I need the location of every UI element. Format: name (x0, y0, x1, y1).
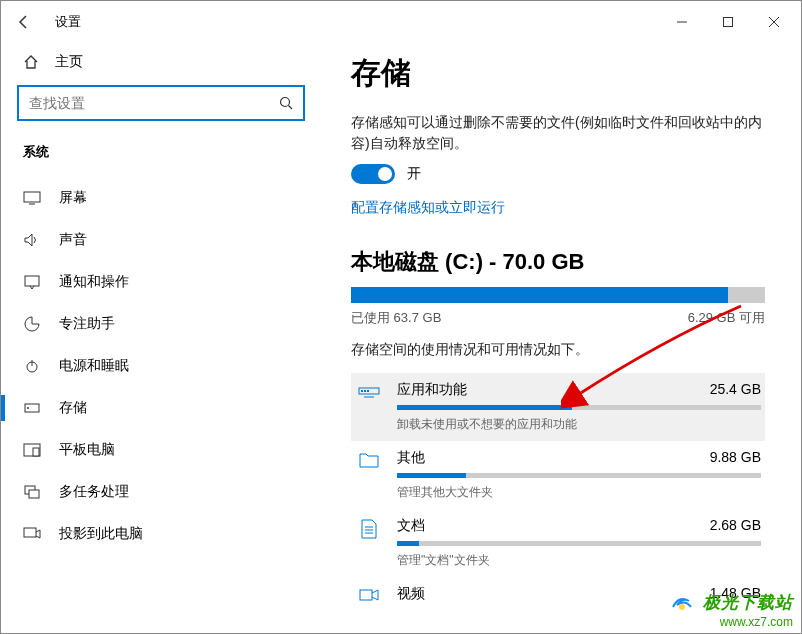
disk-title: 本地磁盘 (C:) - 70.0 GB (351, 247, 765, 277)
folder-icon (355, 449, 383, 501)
disk-usage-bar (351, 287, 765, 303)
apps-icon (355, 381, 383, 433)
arrow-left-icon (15, 14, 31, 30)
storage-icon (23, 401, 41, 415)
nav-item-label: 屏幕 (59, 189, 87, 207)
category-video[interactable]: 视频1.48 GB (351, 577, 765, 617)
svg-rect-12 (33, 448, 39, 456)
nav-item-project[interactable]: 投影到此电脑 (17, 513, 305, 555)
category-name: 其他 (397, 449, 425, 467)
usage-description: 存储空间的使用情况和可用情况如下。 (351, 341, 765, 359)
nav-item-multitask[interactable]: 多任务处理 (17, 471, 305, 513)
window-title: 设置 (55, 13, 81, 31)
toggle-state-label: 开 (407, 165, 421, 183)
close-button[interactable] (751, 6, 797, 38)
category-name: 应用和功能 (397, 381, 467, 399)
category-size: 25.4 GB (710, 381, 761, 399)
nav-item-storage[interactable]: 存储 (17, 387, 305, 429)
nav-item-label: 多任务处理 (59, 483, 129, 501)
document-icon (355, 517, 383, 569)
category-other[interactable]: 其他9.88 GB 管理其他大文件夹 (351, 441, 765, 509)
search-input[interactable] (29, 95, 279, 111)
sidebar-home[interactable]: 主页 (17, 43, 305, 85)
svg-rect-6 (25, 276, 39, 286)
svg-rect-24 (360, 590, 372, 600)
notifications-icon (23, 275, 41, 289)
disk-free-label: 6.29 GB 可用 (688, 309, 765, 327)
nav-item-label: 存储 (59, 399, 87, 417)
disk-used-label: 已使用 63.7 GB (351, 309, 441, 327)
sidebar: 主页 系统 屏幕 声音 通知和操作 专注助手 (1, 43, 321, 633)
display-icon (23, 191, 41, 205)
minimize-icon (677, 17, 687, 27)
svg-rect-17 (361, 390, 363, 392)
maximize-icon (723, 17, 733, 27)
category-sub: 管理"文档"文件夹 (397, 552, 761, 569)
svg-rect-19 (367, 390, 369, 392)
category-size: 1.48 GB (710, 585, 761, 603)
category-apps[interactable]: 应用和功能25.4 GB 卸载未使用或不想要的应用和功能 (351, 373, 765, 441)
nav-item-focus[interactable]: 专注助手 (17, 303, 305, 345)
svg-line-3 (289, 106, 293, 110)
sound-icon (23, 233, 41, 247)
svg-rect-15 (24, 528, 36, 537)
svg-rect-4 (24, 192, 40, 202)
close-icon (769, 17, 779, 27)
category-size: 9.88 GB (710, 449, 761, 467)
nav-item-tablet[interactable]: 平板电脑 (17, 429, 305, 471)
svg-rect-1 (724, 18, 733, 27)
nav-item-label: 通知和操作 (59, 273, 129, 291)
focus-icon (23, 316, 41, 332)
page-title: 存储 (351, 53, 765, 94)
category-name: 视频 (397, 585, 425, 603)
svg-rect-14 (29, 490, 39, 498)
project-icon (23, 527, 41, 541)
category-size: 2.68 GB (710, 517, 761, 535)
titlebar: 设置 (1, 1, 801, 43)
category-sub: 卸载未使用或不想要的应用和功能 (397, 416, 761, 433)
main-content: 存储 存储感知可以通过删除不需要的文件(例如临时文件和回收站中的内容)自动释放空… (321, 43, 801, 633)
sidebar-home-label: 主页 (55, 53, 83, 71)
category-bar (397, 541, 761, 546)
search-box[interactable] (17, 85, 305, 121)
power-icon (23, 358, 41, 374)
nav-item-sound[interactable]: 声音 (17, 219, 305, 261)
svg-rect-18 (364, 390, 366, 392)
multitask-icon (23, 485, 41, 499)
configure-storage-sense-link[interactable]: 配置存储感知或立即运行 (351, 199, 505, 217)
home-icon (23, 54, 39, 70)
nav-list: 屏幕 声音 通知和操作 专注助手 电源和睡眠 存储 (17, 177, 305, 555)
category-name: 文档 (397, 517, 425, 535)
tablet-icon (23, 443, 41, 457)
svg-point-2 (281, 98, 290, 107)
back-button[interactable] (5, 4, 41, 40)
nav-item-display[interactable]: 屏幕 (17, 177, 305, 219)
nav-item-label: 平板电脑 (59, 441, 115, 459)
maximize-button[interactable] (705, 6, 751, 38)
nav-item-label: 专注助手 (59, 315, 115, 333)
minimize-button[interactable] (659, 6, 705, 38)
category-bar (397, 473, 761, 478)
nav-item-label: 声音 (59, 231, 87, 249)
storage-sense-toggle[interactable] (351, 164, 395, 184)
storage-sense-description: 存储感知可以通过删除不需要的文件(例如临时文件和回收站中的内容)自动释放空间。 (351, 112, 765, 154)
category-documents[interactable]: 文档2.68 GB 管理"文档"文件夹 (351, 509, 765, 577)
nav-item-label: 投影到此电脑 (59, 525, 143, 543)
category-bar (397, 405, 761, 410)
svg-point-10 (27, 407, 29, 409)
nav-item-power[interactable]: 电源和睡眠 (17, 345, 305, 387)
sidebar-section-label: 系统 (17, 139, 305, 177)
search-icon (279, 96, 293, 110)
nav-item-label: 电源和睡眠 (59, 357, 129, 375)
category-sub: 管理其他大文件夹 (397, 484, 761, 501)
nav-item-notifications[interactable]: 通知和操作 (17, 261, 305, 303)
video-icon (355, 585, 383, 609)
